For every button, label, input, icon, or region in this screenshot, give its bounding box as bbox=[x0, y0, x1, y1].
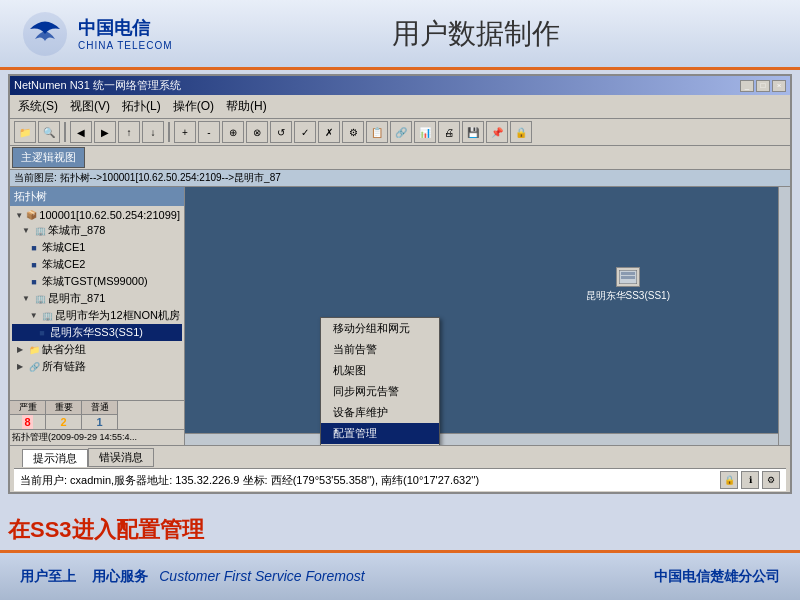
close-button[interactable]: × bbox=[772, 80, 786, 92]
tree-node-label: 昆明东华SS3(SS1) bbox=[50, 325, 143, 340]
status-icon-info[interactable]: ℹ bbox=[741, 471, 759, 489]
tree-node-ss3[interactable]: ■ 昆明东华SS3(SS1) bbox=[12, 324, 182, 341]
expand-icon: ▶ bbox=[14, 361, 26, 373]
tree-node-label: 昆明市华为12框NON机房 bbox=[55, 308, 180, 323]
toolbar-btn-17[interactable]: 📊 bbox=[414, 121, 436, 143]
toolbar-btn-8[interactable]: - bbox=[198, 121, 220, 143]
tree-node-ce1[interactable]: ■ 笨城CE1 bbox=[12, 239, 182, 256]
status-tab-hint[interactable]: 提示消息 bbox=[22, 449, 88, 467]
tree-node-label: 所有链路 bbox=[42, 359, 86, 374]
device-icon: ■ bbox=[28, 259, 40, 271]
tree-node-all-links[interactable]: ▶ 🔗 所有链路 bbox=[12, 358, 182, 375]
breadcrumb-bar: 当前图层: 拓扑树-->100001[10.62.50.254:2109-->昆… bbox=[10, 170, 790, 187]
expand-icon: ▼ bbox=[14, 209, 24, 221]
toolbar-btn-19[interactable]: 💾 bbox=[462, 121, 484, 143]
tree-node-label: 笨城CE2 bbox=[42, 257, 85, 272]
toolbar-btn-12[interactable]: ✓ bbox=[294, 121, 316, 143]
toolbar-btn-11[interactable]: ↺ bbox=[270, 121, 292, 143]
toolbar-btn-14[interactable]: ⚙ bbox=[342, 121, 364, 143]
tree-node-label: 昆明市_871 bbox=[48, 291, 105, 306]
ctx-device-lib[interactable]: 设备库维护 bbox=[321, 402, 439, 423]
canvas-device-node[interactable]: 昆明东华SS3(SS1) bbox=[586, 267, 670, 303]
device-box-icon[interactable] bbox=[616, 267, 640, 287]
toolbar-btn-9[interactable]: ⊕ bbox=[222, 121, 244, 143]
tree-node-default-group[interactable]: ▶ 📁 缺省分组 bbox=[12, 341, 182, 358]
device-icon: ■ bbox=[36, 327, 48, 339]
toolbar-btn-10[interactable]: ⊗ bbox=[246, 121, 268, 143]
logo-text: 中国电信 CHINA TELECOM bbox=[78, 16, 173, 51]
toolbar-btn-6[interactable]: ↓ bbox=[142, 121, 164, 143]
footer-slogan-1: 用户至上 bbox=[20, 568, 76, 584]
toolbar-btn-18[interactable]: 🖨 bbox=[438, 121, 460, 143]
toolbar-btn-5[interactable]: ↑ bbox=[118, 121, 140, 143]
tree-node-city2[interactable]: ▼ 🏢 昆明市_871 bbox=[12, 290, 182, 307]
horizontal-scrollbar[interactable] bbox=[185, 433, 778, 445]
tree-node-city1[interactable]: ▼ 🏢 笨城市_878 bbox=[12, 222, 182, 239]
status-tab-error[interactable]: 错误消息 bbox=[88, 448, 154, 467]
vertical-scrollbar[interactable] bbox=[778, 187, 790, 445]
status-icon-settings[interactable]: ⚙ bbox=[762, 471, 780, 489]
toolbar: 📁 🔍 ◀ ▶ ↑ ↓ + - ⊕ ⊗ ↺ ✓ ✗ ⚙ 📋 🔗 📊 🖨 💾 📌 … bbox=[10, 119, 790, 146]
alarm-header-normal: 普通 bbox=[82, 401, 117, 415]
ctx-config-manage[interactable]: 配置管理 bbox=[321, 423, 439, 444]
tree-node-label: 缺省分组 bbox=[42, 342, 86, 357]
tree-node-ce2[interactable]: ■ 笨城CE2 bbox=[12, 256, 182, 273]
ctx-sync-alarm[interactable]: 同步网元告警 bbox=[321, 381, 439, 402]
toolbar-btn-2[interactable]: 🔍 bbox=[38, 121, 60, 143]
maximize-button[interactable]: □ bbox=[756, 80, 770, 92]
status-tabs: 提示消息 错误消息 bbox=[14, 447, 786, 469]
status-icon-lock[interactable]: 🔒 bbox=[720, 471, 738, 489]
device-icon: ■ bbox=[28, 242, 40, 254]
tab-bar: 主逻辑视图 bbox=[10, 146, 790, 170]
alarm-cell-major: 重要 2 bbox=[46, 401, 82, 429]
menu-system[interactable]: 系统(S) bbox=[12, 96, 64, 117]
alarm-val-critical: 8 bbox=[22, 415, 32, 429]
tree-node-room[interactable]: ▼ 🏢 昆明市华为12框NON机房 bbox=[12, 307, 182, 324]
toolbar-btn-13[interactable]: ✗ bbox=[318, 121, 340, 143]
tree-node-tgst[interactable]: ■ 笨城TGST(MS99000) bbox=[12, 273, 182, 290]
footer-slogan-en: Customer First Service Foremost bbox=[159, 568, 364, 584]
tab-main-view[interactable]: 主逻辑视图 bbox=[12, 147, 85, 168]
ctx-file-manage[interactable]: 文件管理 bbox=[321, 444, 439, 445]
ctx-rack-view[interactable]: 机架图 bbox=[321, 360, 439, 381]
svg-rect-3 bbox=[621, 276, 635, 279]
window-controls: _ □ × bbox=[740, 80, 786, 92]
logo-area: 中国电信 CHINA TELECOM bbox=[20, 9, 173, 59]
toolbar-btn-16[interactable]: 🔗 bbox=[390, 121, 412, 143]
toolbar-btn-4[interactable]: ▶ bbox=[94, 121, 116, 143]
folder-icon: 📦 bbox=[26, 209, 37, 221]
tree-node-label: 100001[10.62.50.254:21099] bbox=[39, 209, 180, 221]
tree-node-label: 笨城TGST(MS99000) bbox=[42, 274, 148, 289]
toolbar-btn-1[interactable]: 📁 bbox=[14, 121, 36, 143]
topology-canvas[interactable]: 昆明东华SS3(SS1) 移动分组和网元 当前告警 机架图 同步网元告警 设备库… bbox=[185, 187, 790, 445]
alarm-cell-normal: 普通 1 bbox=[82, 401, 118, 429]
tree-node-root[interactable]: ▼ 📦 100001[10.62.50.254:21099] bbox=[12, 208, 182, 222]
footer: 用户至上 用心服务 Customer First Service Foremos… bbox=[0, 550, 800, 600]
tree-node-label: 笨城CE1 bbox=[42, 240, 85, 255]
alarm-val-normal: 1 bbox=[94, 415, 104, 429]
group-icon: 🏢 bbox=[34, 293, 46, 305]
menubar: 系统(S) 视图(V) 拓扑(L) 操作(O) 帮助(H) bbox=[10, 95, 790, 119]
toolbar-btn-21[interactable]: 🔒 bbox=[510, 121, 532, 143]
svg-rect-2 bbox=[621, 272, 635, 275]
alarm-val-major: 2 bbox=[58, 415, 68, 429]
toolbar-btn-20[interactable]: 📌 bbox=[486, 121, 508, 143]
alarm-bar: 严重 8 重要 2 普通 1 bbox=[10, 401, 184, 429]
tree-area[interactable]: ▼ 📦 100001[10.62.50.254:21099] ▼ 🏢 笨城市_8… bbox=[10, 206, 184, 400]
ctx-move-group[interactable]: 移动分组和网元 bbox=[321, 318, 439, 339]
context-menu: 移动分组和网元 当前告警 机架图 同步网元告警 设备库维护 配置管理 文件管理 … bbox=[320, 317, 440, 445]
toolbar-btn-7[interactable]: + bbox=[174, 121, 196, 143]
menu-help[interactable]: 帮助(H) bbox=[220, 96, 273, 117]
ctx-current-alarm[interactable]: 当前告警 bbox=[321, 339, 439, 360]
folder-icon: 📁 bbox=[28, 344, 40, 356]
menu-view[interactable]: 视图(V) bbox=[64, 96, 116, 117]
toolbar-btn-3[interactable]: ◀ bbox=[70, 121, 92, 143]
minimize-button[interactable]: _ bbox=[740, 80, 754, 92]
status-user-info: 当前用户: cxadmin,服务器地址: 135.32.226.9 坐标: 西经… bbox=[20, 473, 479, 488]
toolbar-btn-15[interactable]: 📋 bbox=[366, 121, 388, 143]
folder-icon: 🔗 bbox=[28, 361, 40, 373]
header: 中国电信 CHINA TELECOM 用户数据制作 bbox=[0, 0, 800, 70]
menu-operations[interactable]: 操作(O) bbox=[167, 96, 220, 117]
left-panel: 拓扑树 ▼ 📦 100001[10.62.50.254:21099] ▼ 🏢 笨… bbox=[10, 187, 185, 445]
menu-topology[interactable]: 拓扑(L) bbox=[116, 96, 167, 117]
